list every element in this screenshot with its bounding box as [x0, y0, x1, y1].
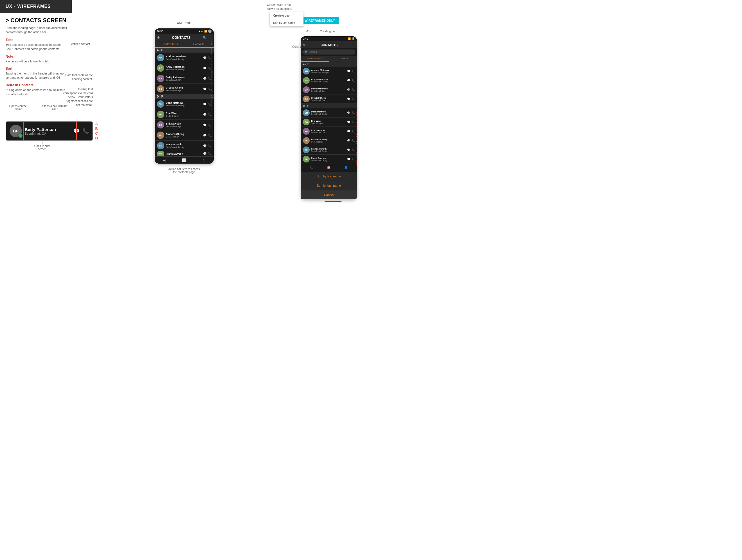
ios-msg-ap[interactable]: 💬 [347, 79, 350, 82]
recent-nav-icon[interactable]: ▷ [203, 158, 205, 162]
actions-dm: 💬 📞 [203, 103, 212, 106]
ios-call-ew[interactable]: 📞 [352, 121, 355, 123]
cancel-button[interactable]: Cancel [301, 190, 357, 199]
ios-contact-dm[interactable]: DM Dean Matthew SecuSmart, Design 💬 📞 [301, 108, 357, 117]
sort-last-name-button[interactable]: Sort by last name [301, 181, 357, 190]
ios-info-ap: Andy Patterson SecuSmart, Design [311, 78, 346, 82]
ios-actions-bp: 💬 📞 [347, 88, 355, 91]
search-icon[interactable]: 🔍 [203, 36, 207, 40]
home-nav-icon[interactable]: ⬜ [182, 158, 186, 162]
ios-contact-bp[interactable]: BP Betty Patterson SecuSmart, QA 💬 📞 [301, 85, 357, 95]
android-label: ANDROID [177, 21, 191, 25]
ios-info-ew: Eric Wan QNX, Design [311, 120, 346, 124]
card-annotations-top: Opens contact profile Starts a call with… [6, 105, 67, 111]
ios-call-bottom-icon[interactable]: 📞 [310, 166, 314, 169]
android-phone-mockup: 10:50 ▼▲ 📶 ⚙ CONTACTS 🔍 ⋮ [155, 29, 214, 164]
call-icon-ew[interactable]: 📞 [208, 113, 212, 116]
more-icon[interactable]: ⋮ [208, 36, 212, 40]
msg-icon-cc[interactable]: 💬 [203, 88, 206, 91]
ios-msg-ew[interactable]: 💬 [347, 121, 350, 123]
ios-contact-am[interactable]: AM Andrew Matthew SecuSma n, Design 💬 📞 [301, 67, 357, 76]
msg-icon-fc[interactable]: 💬 [203, 134, 206, 137]
ios-contact-fc[interactable]: FC Frances Cheng QNX, Design 💬 📞 [301, 136, 357, 145]
ios-msg-fc[interactable]: 💬 [347, 139, 350, 142]
ios-msg-dm[interactable]: 💬 [347, 111, 350, 114]
msg-icon-fd[interactable]: 💬 [203, 152, 206, 155]
contact-row-bp[interactable]: BP Betty Patterson SecuSmart, QA 💬 📞 [155, 73, 214, 84]
ios-status-bar: 9:41 📶 🔋 [301, 36, 357, 41]
ios-tab-secu[interactable]: SecuContacts [301, 56, 329, 62]
ios-contact-ed[interactable]: ED Erik Dawson SecuSmart, QA 💬 📞 [301, 127, 357, 136]
back-nav-icon[interactable]: ◀ [163, 158, 165, 162]
ios-info-fc: Frances Cheng QNX, Design [311, 138, 346, 143]
ios-call-fd[interactable]: 📞 [352, 158, 355, 161]
ios-search[interactable]: 🔍 Search [302, 50, 355, 55]
action-icons: 🔍 ⋮ [203, 36, 212, 40]
ios-msg-ed[interactable]: 💬 [347, 130, 350, 133]
ios-msg-cc[interactable]: 💬 [347, 98, 350, 100]
msg-icon-ed[interactable]: 💬 [203, 123, 206, 126]
ios-actions-fs: 💬 📞 [347, 149, 355, 151]
ios-actions-ew: 💬 📞 [347, 121, 355, 123]
tab-secu-android[interactable]: SecuContacts [155, 41, 184, 48]
ios-call-dm[interactable]: 📞 [352, 111, 355, 114]
contact-row-ed[interactable]: ED Erik Dawson SecuSmart, QA 💬 📞 [155, 120, 214, 130]
ios-actions-fd: 💬 📞 [347, 158, 355, 161]
info-fs: Frances Smith SecuSmart, Design [166, 143, 201, 149]
demo-org: SecuSmart, QA [25, 132, 73, 135]
ios-home-icon[interactable]: 🏠 [327, 166, 331, 169]
ios-contacts-icon[interactable]: 👤 [344, 166, 348, 169]
msg-icon-am[interactable]: 💬 [203, 56, 206, 59]
ios-call-ed[interactable]: 📞 [352, 130, 355, 133]
contact-row-fc[interactable]: FC Frances Cheng QNX, Design 💬 📞 [155, 130, 214, 141]
ios-contact-fs[interactable]: FS Frances Smith SecuSmart, Design 💬 📞 [301, 145, 357, 155]
ios-contact-fd[interactable]: FD Frank Dawson SecuSmart, Design 💬 📞 [301, 155, 357, 164]
ios-call-bp[interactable]: 📞 [352, 88, 355, 91]
avatar-fs: FS [157, 142, 164, 149]
ios-call-fs[interactable]: 📞 [352, 149, 355, 151]
ios-call-fc[interactable]: 📞 [352, 139, 355, 142]
msg-icon-fs[interactable]: 💬 [203, 144, 206, 147]
ios-call-am[interactable]: 📞 [352, 70, 355, 72]
contact-row-ap[interactable]: AP Andy Patterson SecuSmart, Design 💬 📞 [155, 63, 214, 73]
ios-msg-fs[interactable]: 💬 [347, 149, 350, 151]
info-ew: Eric Wan QNX, Design [166, 112, 201, 117]
ios-contact-ew[interactable]: EW Eric Wan QNX, Design 💬 📞 [301, 117, 357, 127]
ios-bottom-nav: 📞 🏠 👤 [301, 164, 357, 171]
ios-more-icon[interactable]: ··· [353, 43, 355, 46]
left-panel: > CONTACTS SCREEN From the landing page,… [6, 17, 67, 204]
ios-section-ac: A - C [301, 62, 357, 67]
ios-tab-contacts[interactable]: Contacts [329, 56, 357, 62]
call-icon-ed[interactable]: 📞 [208, 123, 212, 126]
msg-icon-bp[interactable]: 💬 [203, 77, 206, 80]
ios-msg-fd[interactable]: 💬 [347, 158, 350, 161]
tab-contacts-android[interactable]: Contacts [184, 41, 214, 47]
contacts-ac-list: A B C D E F G H I J K L M N O [155, 53, 214, 94]
call-icon-fd[interactable]: 📞 [208, 152, 212, 155]
main-content: > CONTACTS SCREEN From the landing page,… [0, 13, 371, 209]
contact-row-dm[interactable]: DM Dean Matthew SecuSmart, Design 💬 📞 [155, 99, 214, 109]
ios-msg-bp[interactable]: 💬 [347, 88, 350, 91]
ios-msg-am[interactable]: 💬 [347, 70, 350, 72]
popup-create-group: Create group [270, 12, 304, 19]
settings-icon[interactable]: ⚙ [157, 36, 160, 40]
call-icon-fc[interactable]: 📞 [208, 134, 212, 137]
contact-row-am[interactable]: AM Andrew Matthew SecuSmart, Design 💬 📞 [155, 53, 214, 63]
contact-row-cc[interactable]: CC Crystal Cheng SecuSmart, QA 💬 📞 [155, 84, 214, 94]
contact-row-ew[interactable]: EW Eric Wan QNX, Design 💬 📞 [155, 109, 214, 120]
sort-title: Sort [6, 67, 67, 70]
ios-settings-icon[interactable]: ⚙ [303, 43, 306, 47]
call-icon-fs[interactable]: 📞 [208, 144, 212, 147]
ios-contact-ap[interactable]: AP Andy Patterson SecuSmart, Design 💬 📞 [301, 76, 357, 85]
ios-call-cc[interactable]: 📞 [352, 98, 355, 100]
contact-row-fd[interactable]: FD Frank Dawson 💬 📞 [155, 151, 214, 157]
msg-icon-dm[interactable]: 💬 [203, 103, 206, 106]
ios-actions-cc: 💬 📞 [347, 98, 355, 100]
page-wrapper: UX - WIREFRAMES > CONTACTS SCREEN From t… [0, 0, 371, 209]
ios-call-ap[interactable]: 📞 [352, 79, 355, 82]
contact-row-fs[interactable]: FS Frances Smith SecuSmart, Design 💬 📞 [155, 141, 214, 151]
ios-contact-cc[interactable]: CC Crystal Cheng SecuSmart, QA 💬 📞 [301, 95, 357, 104]
msg-icon-ew[interactable]: 💬 [203, 113, 206, 116]
sort-first-name-button[interactable]: Sort by first name [301, 172, 357, 181]
msg-icon-ap[interactable]: 💬 [203, 67, 206, 70]
